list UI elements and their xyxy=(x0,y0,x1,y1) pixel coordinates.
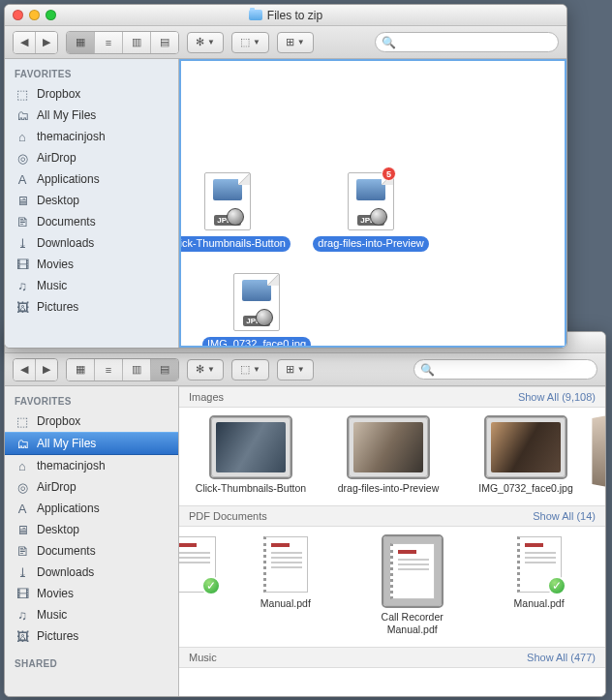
sidebar: FAVORITES ⬚Dropbox 🗂All My Files ⌂themac… xyxy=(5,59,179,348)
file-item[interactable]: JPEG Click-Thumbnails-Button xyxy=(179,170,293,252)
sidebar-item-pictures[interactable]: 🖼Pictures xyxy=(5,625,178,647)
sidebar-item-pictures[interactable]: 🖼Pictures xyxy=(5,296,178,318)
coverflow-peek xyxy=(590,407,605,495)
coverflow-view[interactable]: ▤ xyxy=(151,359,178,380)
search-icon: 🔍 xyxy=(420,363,435,377)
sidebar-item-downloads[interactable]: ⤓Downloads xyxy=(5,562,178,583)
check-icon: ✓ xyxy=(547,576,566,595)
back-button[interactable]: ◀ xyxy=(14,359,36,380)
dropbox-icon: ⬚ xyxy=(15,413,30,429)
section-images-row: Click-Thumbnails-Button drag-files-into-… xyxy=(179,408,605,505)
dropbox-icon: ⬚ xyxy=(15,86,30,102)
quicklook-icon xyxy=(227,208,244,226)
icon-view[interactable]: ▦ xyxy=(67,359,95,380)
apps-icon: A xyxy=(15,171,30,187)
sidebar-item-documents[interactable]: 🖹Documents xyxy=(5,540,178,562)
section-images-head: Images Show All (9,108) xyxy=(179,386,605,408)
section-music-head: Music Show All (477) xyxy=(179,647,605,668)
forward-button[interactable]: ▶ xyxy=(36,359,57,380)
search-field[interactable]: 🔍 xyxy=(413,359,597,380)
file-label: Click-Thumbnails-Button xyxy=(179,236,291,252)
minimize-button[interactable] xyxy=(29,10,40,20)
section-title: PDF Documents xyxy=(189,510,267,522)
arrange-menu[interactable]: ⊞ ▼ xyxy=(277,359,314,380)
count-badge: 5 xyxy=(382,167,396,181)
sidebar-item-home[interactable]: ⌂themacinjosh xyxy=(5,126,178,147)
file-item[interactable]: JPEG IMG_0732_face0.jpg xyxy=(191,271,322,348)
file-item[interactable]: Call Recorder Manual.pdf xyxy=(355,536,469,637)
sidebar-item-allmyfiles[interactable]: 🗂All My Files xyxy=(5,432,178,455)
sidebar-item-applications[interactable]: AApplications xyxy=(5,498,178,519)
content-area[interactable]: JPEG Click-Thumbnails-Button JPEG5 drag-… xyxy=(179,59,566,348)
downloads-icon: ⤓ xyxy=(15,564,30,580)
music-icon: ♫ xyxy=(15,278,30,293)
column-view[interactable]: ▥ xyxy=(123,359,151,380)
toolbar: ◀ ▶ ▦ ≡ ▥ ▤ ✻ ▼ ⬚ ▼ ⊞ ▼ 🔍 xyxy=(5,353,605,386)
action-menu[interactable]: ✻ ▼ xyxy=(187,32,224,53)
search-field[interactable]: 🔍 xyxy=(375,32,559,52)
sidebar-item-desktop[interactable]: 🖥Desktop xyxy=(5,519,178,540)
icon-view[interactable]: ▦ xyxy=(67,32,95,53)
home-icon: ⌂ xyxy=(15,129,30,144)
close-button[interactable] xyxy=(13,10,23,20)
list-view[interactable]: ≡ xyxy=(95,359,123,380)
file-item[interactable]: Click-Thumbnails-Button xyxy=(189,417,313,496)
sidebar-item-desktop[interactable]: 🖥Desktop xyxy=(5,190,178,211)
file-label: drag-files-into-Preview xyxy=(313,236,428,252)
finder-window-filestozip[interactable]: Files to zip ◀ ▶ ▦ ≡ ▥ ▤ ✻ ▼ ⬚ ▼ ⊞ ▼ 🔍 F… xyxy=(4,4,567,349)
arrange-menu[interactable]: ⊞ ▼ xyxy=(277,32,314,53)
sidebar-item-airdrop[interactable]: ◎AirDrop xyxy=(5,476,178,498)
sidebar-item-dropbox[interactable]: ⬚Dropbox xyxy=(5,411,178,432)
sidebar-item-movies[interactable]: 🎞Movies xyxy=(5,583,178,604)
file-icon: JPEG5 xyxy=(340,170,402,232)
forward-button[interactable]: ▶ xyxy=(36,32,57,53)
file-icon: JPEG xyxy=(197,170,259,232)
dropbox-menu[interactable]: ⬚ ▼ xyxy=(231,32,269,53)
content-area[interactable]: Images Show All (9,108) Click-Thumbnails… xyxy=(179,386,605,696)
sidebar-item-movies[interactable]: 🎞Movies xyxy=(5,254,178,275)
show-all-link[interactable]: Show All (14) xyxy=(533,510,596,522)
docs-icon: 🖹 xyxy=(15,543,30,559)
view-switcher: ▦ ≡ ▥ ▤ xyxy=(66,358,179,381)
airdrop-icon: ◎ xyxy=(15,150,30,166)
quicklook-icon xyxy=(370,208,387,226)
file-item[interactable]: Manual.pdf xyxy=(229,536,342,611)
sidebar-heading-shared: SHARED xyxy=(5,654,178,673)
list-view[interactable]: ≡ xyxy=(95,32,123,53)
sidebar-item-allmyfiles[interactable]: 🗂All My Files xyxy=(5,105,178,126)
folder-icon xyxy=(249,10,262,20)
sidebar-item-home[interactable]: ⌂themacinjosh xyxy=(5,455,178,476)
action-menu[interactable]: ✻ ▼ xyxy=(187,359,224,380)
finder-window-allmyfiles[interactable]: All M ◀ ▶ ▦ ≡ ▥ ▤ ✻ ▼ ⬚ ▼ ⊞ ▼ 🔍 FAVORITE… xyxy=(4,331,606,697)
sidebar-item-downloads[interactable]: ⤓Downloads xyxy=(5,232,178,254)
nav-back-forward: ◀ ▶ xyxy=(13,31,58,54)
titlebar[interactable]: Files to zip xyxy=(5,5,566,26)
sidebar-item-dropbox[interactable]: ⬚Dropbox xyxy=(5,83,178,105)
sidebar-item-applications[interactable]: AApplications xyxy=(5,168,178,190)
sidebar-item-music[interactable]: ♫Music xyxy=(5,275,178,296)
zoom-button[interactable] xyxy=(46,10,56,20)
sidebar-item-documents[interactable]: 🖹Documents xyxy=(5,211,178,232)
show-all-link[interactable]: Show All (477) xyxy=(527,652,596,663)
toolbar: ◀ ▶ ▦ ≡ ▥ ▤ ✻ ▼ ⬚ ▼ ⊞ ▼ 🔍 xyxy=(5,26,566,59)
sidebar-item-airdrop[interactable]: ◎AirDrop xyxy=(5,147,178,168)
show-all-link[interactable]: Show All (9,108) xyxy=(518,391,596,403)
dropbox-menu[interactable]: ⬚ ▼ xyxy=(231,359,269,380)
file-item[interactable]: ✓Manual.pdf xyxy=(482,536,596,611)
file-item[interactable]: JPEG5 drag-files-into-Preview xyxy=(305,170,437,252)
airdrop-icon: ◎ xyxy=(15,479,30,495)
nav-back-forward: ◀ ▶ xyxy=(13,358,58,381)
sidebar-heading-favorites: FAVORITES xyxy=(5,65,178,83)
file-item[interactable]: drag-files-into-Preview xyxy=(326,417,450,496)
allmyfiles-icon: 🗂 xyxy=(15,107,30,123)
file-item[interactable]: IMG_0732_face0.jpg xyxy=(464,417,588,496)
sidebar: FAVORITES ⬚Dropbox 🗂All My Files ⌂themac… xyxy=(5,386,179,696)
movies-icon: 🎞 xyxy=(15,257,30,272)
sidebar-item-music[interactable]: ♫Music xyxy=(5,604,178,625)
back-button[interactable]: ◀ xyxy=(14,32,36,53)
section-title: Images xyxy=(189,391,224,403)
check-icon: ✓ xyxy=(201,576,221,595)
coverflow-view[interactable]: ▤ xyxy=(151,32,178,53)
movies-icon: 🎞 xyxy=(15,586,30,601)
column-view[interactable]: ▥ xyxy=(123,32,151,53)
